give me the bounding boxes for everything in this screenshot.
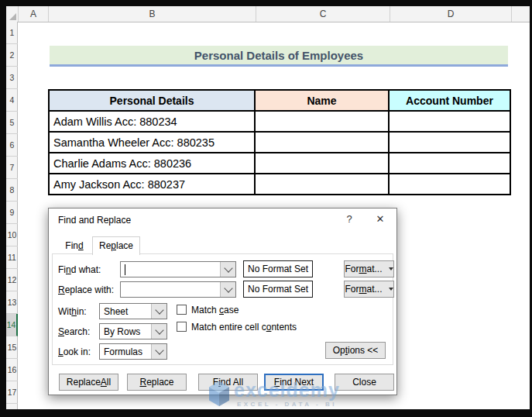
- find-what-dropdown-button[interactable]: [220, 262, 235, 277]
- row-header-14-active[interactable]: 14: [6, 314, 18, 336]
- match-case-label[interactable]: Match case: [191, 305, 239, 315]
- find-format-button[interactable]: Format...: [344, 260, 394, 277]
- row-header-6[interactable]: 6: [6, 134, 18, 157]
- find-what-label: Find what:: [58, 264, 101, 275]
- title-banner-cell[interactable]: Personal Details of Employees: [50, 46, 508, 67]
- row-header-9[interactable]: 9: [6, 202, 18, 224]
- search-label: Search:: [58, 326, 90, 337]
- dropdown-arrow-icon: [389, 267, 393, 271]
- row-header-15[interactable]: 15: [6, 336, 18, 359]
- within-dropdown-button[interactable]: [151, 304, 166, 319]
- look-in-dropdown-button[interactable]: [151, 344, 166, 359]
- dialog-title: Find and Replace: [58, 215, 131, 226]
- column-header-c[interactable]: C: [256, 6, 390, 22]
- cell-b7-personal-details[interactable]: Charlie Adams Acc: 880236: [50, 153, 256, 174]
- column-header-bar: A B C D: [6, 6, 530, 22]
- within-select[interactable]: Sheet: [99, 303, 167, 319]
- cell-c5-name[interactable]: [256, 112, 390, 133]
- search-dropdown-button[interactable]: [151, 324, 166, 339]
- find-format-preview: No Format Set: [243, 260, 313, 277]
- row-header-17[interactable]: 17: [6, 381, 18, 404]
- replace-with-dropdown-button[interactable]: [220, 282, 235, 297]
- match-entire-cell-label[interactable]: Match entire cell contents: [191, 322, 297, 333]
- cell-d8-account-number[interactable]: [390, 174, 511, 195]
- find-next-button[interactable]: Find Next: [264, 374, 324, 391]
- replace-format-preview: No Format Set: [243, 281, 313, 298]
- look-in-label: Look in:: [58, 346, 91, 357]
- cell-c6-name[interactable]: [256, 133, 390, 153]
- row-header-3[interactable]: 3: [6, 67, 18, 89]
- dialog-titlebar[interactable]: Find and Replace ? ✕: [49, 208, 396, 232]
- cell-b8-personal-details[interactable]: Amy Jackson Acc: 880237: [50, 174, 256, 195]
- select-all-triangle-icon: [9, 13, 16, 20]
- chevron-down-icon: [155, 326, 163, 334]
- dropdown-arrow-icon: [389, 288, 393, 291]
- help-icon[interactable]: ?: [342, 213, 356, 225]
- row-header-4[interactable]: 4: [6, 89, 18, 112]
- find-what-input[interactable]: [120, 261, 236, 277]
- cell-d5-account-number[interactable]: [390, 112, 511, 133]
- search-value: By Rows: [104, 326, 140, 337]
- look-in-value: Formulas: [104, 346, 142, 357]
- replace-with-label: Replace with:: [58, 284, 114, 295]
- select-all-corner[interactable]: [6, 6, 18, 22]
- replace-format-button-label: Format...: [345, 284, 382, 295]
- options-button[interactable]: Options <<: [325, 342, 386, 359]
- cell-b6-personal-details[interactable]: Samantha Wheeler Acc: 880235: [50, 133, 256, 153]
- row-header-16[interactable]: 16: [6, 359, 18, 381]
- find-all-button[interactable]: Find All: [198, 374, 258, 391]
- find-format-button-label: Format...: [345, 264, 382, 274]
- match-case-checkbox[interactable]: [177, 305, 187, 315]
- cell-c8-name[interactable]: [256, 174, 390, 195]
- chevron-down-icon: [155, 305, 163, 314]
- column-header-e-partial[interactable]: [511, 6, 530, 22]
- excel-window: A B C D 1 2 3 4 5 6 7 8 9 10 11 12 13 14…: [0, 0, 532, 417]
- close-icon[interactable]: ✕: [373, 213, 387, 225]
- chevron-down-icon: [224, 264, 232, 272]
- close-button[interactable]: Close: [335, 374, 394, 391]
- look-in-select[interactable]: Formulas: [99, 343, 167, 360]
- text-cursor: [125, 264, 125, 275]
- cell-c7-name[interactable]: [256, 153, 390, 174]
- row-header-12[interactable]: 12: [6, 269, 18, 291]
- table-header-name[interactable]: Name: [256, 91, 390, 112]
- replace-with-input[interactable]: [120, 281, 236, 298]
- row-header-7[interactable]: 7: [6, 157, 18, 179]
- replace-all-button[interactable]: Replace All: [59, 374, 118, 391]
- row-header-5[interactable]: 5: [6, 112, 18, 134]
- replace-format-button[interactable]: Format...: [344, 281, 394, 298]
- cell-d6-account-number[interactable]: [390, 133, 511, 153]
- table-header-account-number[interactable]: Account Number: [390, 91, 511, 112]
- replace-button[interactable]: Replace: [127, 374, 187, 391]
- cell-b5-personal-details[interactable]: Adam Willis Acc: 880234: [50, 112, 256, 133]
- row-header-8[interactable]: 8: [6, 179, 18, 202]
- chevron-down-icon: [155, 346, 163, 354]
- match-entire-cell-checkbox[interactable]: [177, 322, 187, 332]
- cell-d7-account-number[interactable]: [390, 153, 511, 174]
- tab-replace[interactable]: Replace: [92, 236, 140, 255]
- row-header-2[interactable]: 2: [6, 44, 18, 67]
- within-label: Within:: [58, 306, 87, 317]
- column-header-b[interactable]: B: [48, 6, 256, 22]
- row-header-13[interactable]: 13: [6, 291, 18, 314]
- within-value: Sheet: [104, 306, 128, 317]
- employee-table: Personal Details Name Account Number Ada…: [48, 89, 511, 195]
- column-header-d[interactable]: D: [390, 6, 511, 22]
- row-header-bar: 1 2 3 4 5 6 7 8 9 10 11 12 13 14 15 16 1…: [6, 22, 18, 409]
- column-header-a[interactable]: A: [18, 6, 48, 22]
- row-header-10[interactable]: 10: [6, 224, 18, 246]
- tab-find[interactable]: Find: [57, 238, 92, 254]
- row-header-11[interactable]: 11: [6, 246, 18, 269]
- table-header-personal-details[interactable]: Personal Details: [50, 91, 256, 112]
- find-and-replace-dialog: Find and Replace ? ✕ Find Replace Find w…: [48, 208, 397, 395]
- search-select[interactable]: By Rows: [99, 323, 167, 339]
- chevron-down-icon: [224, 284, 232, 292]
- row-header-1[interactable]: 1: [6, 22, 18, 44]
